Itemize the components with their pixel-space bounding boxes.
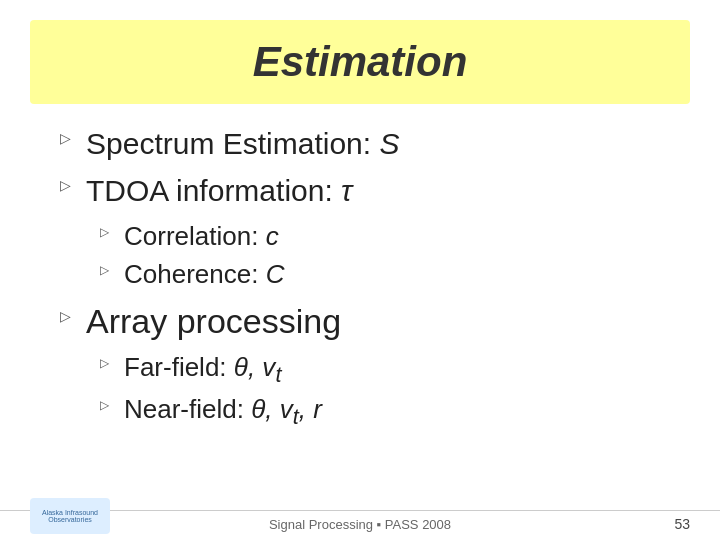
bullet-marker-3: ▷ <box>60 308 74 324</box>
bullet-marker-2: ▷ <box>60 177 74 193</box>
logo-text: Alaska InfrasoundObservatories <box>42 509 98 523</box>
bullet-text-spectrum: Spectrum Estimation: S <box>86 124 399 163</box>
sub-bullet-marker-far: ▷ <box>100 356 114 370</box>
sub-bullet-text-far: Far-field: θ, vt <box>124 351 281 389</box>
bullet-array: ▷ Array processing <box>60 302 660 341</box>
slide-content: ▷ Spectrum Estimation: S ▷ TDOA informat… <box>0 104 720 510</box>
array-sub-items: ▷ Far-field: θ, vt ▷ Near-field: θ, vt, … <box>100 351 660 434</box>
footer-citation: Signal Processing ▪ PASS 2008 <box>269 517 451 532</box>
bullet-text-tdoa: TDOA information: τ <box>86 171 352 210</box>
sub-bullet-farfield: ▷ Far-field: θ, vt <box>100 351 660 389</box>
sub-bullet-text-corr: Correlation: c <box>124 220 279 254</box>
nearfield-var: θ, vt, r <box>251 394 322 424</box>
slide-footer: Alaska InfrasoundObservatories Signal Pr… <box>0 510 720 540</box>
coh-var: C <box>266 259 285 289</box>
footer-logo: Alaska InfrasoundObservatories <box>30 498 110 534</box>
tau-var: τ <box>341 174 352 207</box>
bullet-text-array: Array processing <box>86 302 341 341</box>
slide-header: Estimation <box>30 20 690 104</box>
tdoa-sub-items: ▷ Correlation: c ▷ Coherence: C <box>100 220 660 294</box>
slide: Estimation ▷ Spectrum Estimation: S ▷ TD… <box>0 0 720 540</box>
sub-bullet-text-coh: Coherence: C <box>124 258 284 292</box>
footer-page-number: 53 <box>674 516 690 532</box>
slide-title: Estimation <box>70 38 650 86</box>
sub-bullet-nearfield: ▷ Near-field: θ, vt, r <box>100 393 660 431</box>
sub-bullet-marker-coh: ▷ <box>100 263 114 277</box>
farfield-var: θ, vt <box>234 352 282 382</box>
corr-var: c <box>266 221 279 251</box>
bullet-spectrum: ▷ Spectrum Estimation: S <box>60 124 660 163</box>
sub-bullet-marker-corr: ▷ <box>100 225 114 239</box>
spectrum-var: S <box>379 127 399 160</box>
bullet-marker-1: ▷ <box>60 130 74 146</box>
sub-bullet-text-near: Near-field: θ, vt, r <box>124 393 322 431</box>
bullet-tdoa: ▷ TDOA information: τ <box>60 171 660 210</box>
sub-bullet-marker-near: ▷ <box>100 398 114 412</box>
sub-bullet-correlation: ▷ Correlation: c <box>100 220 660 254</box>
sub-bullet-coherence: ▷ Coherence: C <box>100 258 660 292</box>
